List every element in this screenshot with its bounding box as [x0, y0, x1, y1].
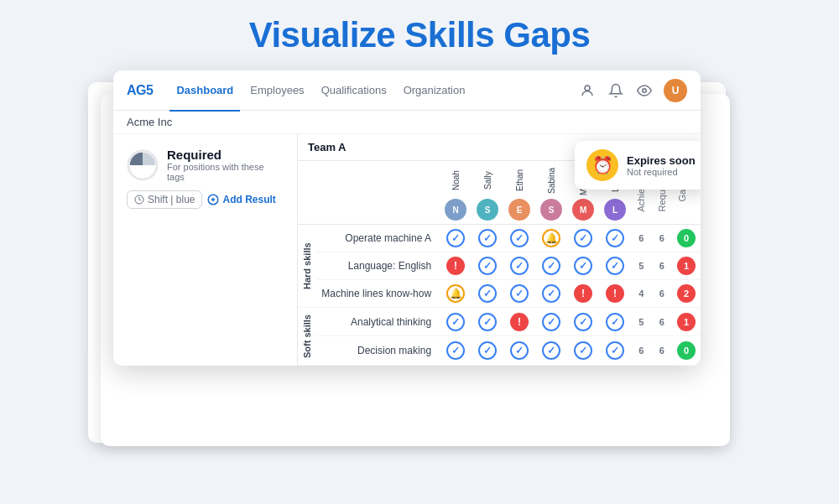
person-header-noah: Noah N [440, 161, 472, 225]
tag-text: Shift | blue [148, 194, 195, 205]
check-icon: ✓ [478, 229, 497, 247]
status-cell-4: ✓ [567, 252, 599, 280]
breadcrumb: Acme Inc [113, 111, 701, 134]
required-cell: 6 [652, 280, 672, 308]
check-icon: ✓ [574, 229, 592, 247]
tab-employees[interactable]: Employees [243, 81, 310, 100]
required-title: Required [167, 148, 284, 162]
hero-title: Visualize Skills Gaps [249, 15, 591, 55]
gap-badge: 1 [677, 313, 696, 331]
add-result-button[interactable]: Add Result [207, 194, 275, 205]
status-cell-5: ! [599, 280, 631, 308]
status-cell-2: ✓ [503, 336, 535, 365]
status-cell-5: ✓ [599, 308, 631, 336]
check-icon: ✓ [574, 313, 592, 331]
gap-badge: 1 [677, 257, 696, 275]
check-icon: ✓ [606, 229, 624, 247]
nav-tabs: Dashboard Employees Qualifications Organ… [169, 81, 561, 100]
status-cell-5: ✓ [599, 336, 631, 365]
category-header [298, 161, 316, 225]
error-icon: ! [574, 284, 592, 303]
gap-cell: 2 [672, 280, 701, 308]
status-cell-4: ✓ [567, 308, 599, 336]
gap-badge: 0 [677, 229, 696, 247]
add-result-label: Add Result [222, 194, 275, 205]
check-icon: ✓ [542, 341, 560, 360]
gap-badge: 2 [677, 284, 696, 303]
required-cell: 6 [652, 308, 672, 336]
status-cell-3: ✓ [535, 336, 567, 365]
check-icon: ✓ [542, 257, 560, 275]
check-icon: ✓ [606, 313, 624, 331]
category-cell-0: Hard skills [298, 225, 316, 308]
table-row: Soft skillsAnalytical thinking✓✓!✓✓✓561 [298, 308, 701, 336]
status-cell-1: ✓ [472, 308, 503, 336]
svg-point-0 [585, 86, 590, 91]
check-icon: ✓ [542, 284, 560, 303]
check-icon: ✓ [446, 229, 465, 247]
error-icon: ! [446, 257, 465, 275]
check-icon: ✓ [510, 257, 529, 275]
user-icon[interactable] [578, 81, 597, 100]
app-body: Required For positions with these tags S… [113, 134, 701, 366]
achieved-cell: 6 [631, 225, 651, 252]
check-icon: ✓ [510, 229, 529, 247]
check-icon: ✓ [606, 257, 624, 275]
person-avatar-3: S [540, 199, 562, 221]
check-icon: ✓ [446, 341, 465, 360]
status-cell-4: ✓ [567, 336, 599, 365]
status-cell-3: 🔔 [535, 225, 567, 252]
skills-table: Noah N Sally S Ethan E Sabina S Michelle… [298, 161, 701, 366]
tag-row: Shift | blue Add Result [127, 190, 284, 209]
person-col-2: Ethan E [508, 164, 530, 221]
status-cell-3: ✓ [535, 308, 567, 336]
skills-tbody: Hard skillsOperate machine A✓✓✓🔔✓✓660Lan… [298, 225, 701, 366]
person-name-3: Sabina [547, 164, 556, 196]
eye-icon[interactable] [635, 81, 654, 100]
tab-qualifications[interactable]: Qualifications [315, 81, 393, 100]
status-cell-4: ! [567, 280, 599, 308]
tooltip-icon: ⏰ [586, 149, 618, 181]
status-cell-5: ✓ [599, 225, 631, 252]
category-cell-1: Soft skills [298, 308, 316, 366]
app-logo: AG5 [127, 83, 153, 98]
check-icon: ✓ [478, 313, 497, 331]
left-panel: Required For positions with these tags S… [113, 134, 298, 366]
status-cell-2: ✓ [503, 280, 535, 308]
tag-label[interactable]: Shift | blue [127, 190, 202, 209]
check-icon: ✓ [446, 313, 465, 331]
person-header-sally: Sally S [472, 161, 503, 225]
status-cell-3: ✓ [535, 252, 567, 280]
status-cell-1: ✓ [472, 252, 503, 280]
status-cell-0: ✓ [440, 336, 472, 365]
status-cell-4: ✓ [567, 225, 599, 252]
person-avatar-2: E [508, 199, 530, 221]
bell-icon[interactable] [607, 81, 625, 100]
screenshot-wrapper: AG5 Dashboard Employees Qualifications O… [113, 70, 726, 366]
check-icon: ✓ [574, 257, 592, 275]
person-avatar-1: S [477, 199, 498, 221]
status-cell-0: 🔔 [440, 280, 472, 308]
status-cell-0: ✓ [440, 225, 472, 252]
tooltip-text: Expires soon Not required [627, 154, 696, 177]
status-cell-5: ✓ [599, 252, 631, 280]
person-header-sabina: Sabina S [535, 161, 567, 225]
table-row: Machine lines know-how🔔✓✓✓!!462 [298, 280, 701, 308]
person-col-1: Sally S [477, 164, 498, 221]
bell-icon: 🔔 [542, 229, 560, 247]
person-header-ethan: Ethan E [503, 161, 535, 225]
required-header: Required For positions with these tags [127, 148, 284, 182]
person-avatar-5: L [604, 199, 626, 221]
table-row: Decision making✓✓✓✓✓✓660 [298, 336, 701, 365]
gap-cell: 1 [672, 252, 701, 280]
tab-dashboard[interactable]: Dashboard [169, 81, 240, 100]
bell-icon: 🔔 [446, 284, 465, 303]
status-cell-0: ! [440, 252, 472, 280]
user-avatar[interactable]: U [664, 79, 687, 102]
required-text-wrap: Required For positions with these tags [167, 148, 284, 182]
status-cell-2: ✓ [503, 252, 535, 280]
achieved-cell: 6 [631, 336, 651, 365]
tab-organization[interactable]: Organization [397, 81, 472, 100]
required-cell: 6 [652, 336, 672, 365]
plus-circle-icon [207, 194, 219, 205]
